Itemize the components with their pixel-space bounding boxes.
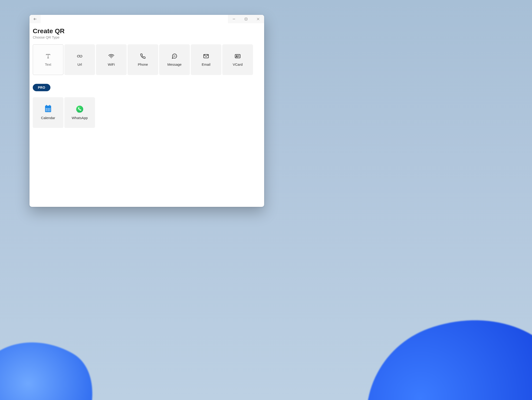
link-icon [77,53,83,59]
maximize-button[interactable] [240,15,252,23]
close-icon [257,18,260,20]
wifi-icon [108,53,114,59]
tile-label: Email [202,62,210,66]
minimize-button[interactable] [228,15,240,23]
vcard-icon [235,53,241,59]
maximize-icon [245,18,247,20]
text-icon [45,53,51,59]
qr-type-text[interactable]: Text [33,44,63,75]
tile-label: Message [167,62,182,66]
tile-label: Phone [138,62,148,66]
tile-label: WiFi [108,62,115,66]
tile-label: Url [77,62,82,66]
minimize-icon [233,18,235,20]
qr-type-calendar[interactable]: Calendar [33,97,63,128]
content-area: Create QR Choose QR Type Text Url WiFi [30,23,264,207]
arrow-left-icon [33,17,37,21]
page-title: Create QR [33,27,261,35]
qr-type-phone[interactable]: Phone [127,44,158,75]
tile-label: Text [45,62,51,66]
calendar-icon [44,106,51,112]
qr-type-wifi[interactable]: WiFi [96,44,127,75]
qr-type-vcard[interactable]: VCard [222,44,253,75]
svg-rect-2 [245,18,247,20]
qr-type-email[interactable]: Email [191,44,222,75]
back-button[interactable] [30,15,41,23]
svg-rect-10 [235,54,240,58]
qr-type-message[interactable]: Message [159,44,190,75]
tile-label: WhatsApp [72,116,88,120]
pro-badge-label: PRO [38,86,45,89]
wallpaper-shape [340,289,532,400]
svg-point-11 [236,55,237,56]
titlebar [30,15,264,23]
tile-label: Calendar [41,116,55,120]
titlebar-left [30,15,41,23]
whatsapp-icon [76,106,83,112]
qr-type-whatsapp[interactable]: WhatsApp [64,97,95,128]
phone-icon [140,53,146,59]
pro-badge[interactable]: PRO [33,84,51,91]
pro-type-row: Calendar WhatsApp [33,97,261,128]
mail-icon [203,53,209,59]
page-subtitle: Choose QR Type [33,35,261,39]
window-controls [228,15,264,23]
qr-type-url[interactable]: Url [64,44,95,75]
qr-type-row: Text Url WiFi Phone [33,44,261,75]
message-icon [171,53,177,59]
tile-label: VCard [233,62,243,66]
wallpaper-shape [0,318,115,400]
app-window: Create QR Choose QR Type Text Url WiFi [30,15,264,207]
close-button[interactable] [252,15,264,23]
